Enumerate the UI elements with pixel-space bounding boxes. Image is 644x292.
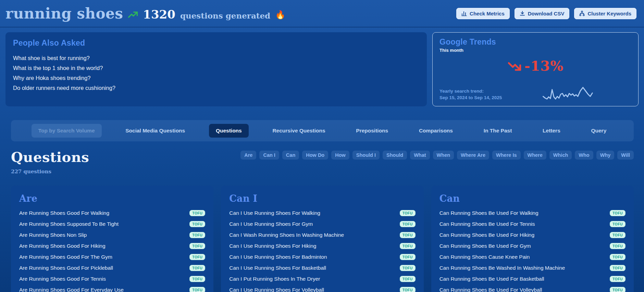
trend-range-label: Yearly search trend: xyxy=(439,88,502,95)
question-text: Can Running Shoes Be Used For Basketball xyxy=(439,276,544,282)
question-row[interactable]: Can I Use Running Shoes For GymTOFU xyxy=(229,220,415,229)
question-text: Can Running Shoes Be Washed In Washing M… xyxy=(439,265,565,271)
filter-chip-who[interactable]: Who xyxy=(575,151,593,160)
question-row[interactable]: Can Running Shoes Be Used For TennisTOFU xyxy=(439,220,626,229)
filter-chip-where-are[interactable]: Where Are xyxy=(457,151,489,160)
question-text: Can Running Shoes Cause Knee Pain xyxy=(439,254,530,260)
trend-caption: Yearly search trend: Sep 15, 2024 to Sep… xyxy=(439,88,502,101)
tab-questions[interactable]: Questions xyxy=(209,124,249,138)
filter-chip-can[interactable]: Can xyxy=(282,151,299,160)
tab-comparisons[interactable]: Comparisons xyxy=(412,124,460,138)
google-trends-panel: Google Trends This month -13% Yearly sea… xyxy=(432,32,639,106)
question-row[interactable]: Can Running Shoes Be Used For GymTOFU xyxy=(439,242,626,250)
column-heading: Can xyxy=(439,193,626,204)
download-csv-label: Download CSV xyxy=(528,11,565,16)
trends-period-label: This month xyxy=(439,48,631,53)
download-csv-button[interactable]: Download CSV xyxy=(515,8,570,19)
question-row[interactable]: Can I Use Running Shoes For WalkingTOFU xyxy=(229,209,415,218)
tab-prepositions[interactable]: Prepositions xyxy=(349,124,395,138)
filter-chip-should[interactable]: Should xyxy=(383,151,407,160)
trend-change-value: -13% xyxy=(524,58,564,74)
app-header: running shoes 1320 questions generated 🔥… xyxy=(0,0,644,27)
paa-question[interactable]: Do older runners need more cushioning? xyxy=(13,83,419,93)
trend-sparkline xyxy=(542,85,594,101)
question-row[interactable]: Are Running Shoes Good For PickleballTOF… xyxy=(19,264,205,272)
tofu-badge: TOFU xyxy=(189,276,205,282)
download-icon xyxy=(520,11,525,16)
question-row[interactable]: Can Running Shoes Cause Knee PainTOFU xyxy=(439,253,626,261)
tab-social-media-questions[interactable]: Social Media Questions xyxy=(119,124,192,138)
question-text: Can Running Shoes Be Used For Volleyball xyxy=(439,287,542,292)
tab-letters[interactable]: Letters xyxy=(536,124,567,138)
question-row[interactable]: Can Running Shoes Be Used For HikingTOFU xyxy=(439,231,626,240)
question-row[interactable]: Are Running Shoes Good For HikingTOFU xyxy=(19,242,205,250)
filter-chip-where[interactable]: Where xyxy=(524,151,546,160)
question-row[interactable]: Are Running Shoes Good For The GymTOFU xyxy=(19,253,205,261)
filter-chip-how-do[interactable]: How Do xyxy=(302,151,328,160)
question-row[interactable]: Are Running Shoes Supposed To Be TightTO… xyxy=(19,220,205,229)
question-text: Can Running Shoes Be Used For Walking xyxy=(439,210,538,216)
check-metrics-label: Check Metrics xyxy=(470,11,505,16)
question-row[interactable]: Can I Put Running Shoes In The DryerTOFU xyxy=(229,275,415,283)
question-row[interactable]: Can I Use Running Shoes For HikingTOFU xyxy=(229,242,415,250)
filter-chip-which[interactable]: Which xyxy=(549,151,572,160)
question-row[interactable]: Can I Wash Running Shoes In Washing Mach… xyxy=(229,231,415,240)
tofu-badge: TOFU xyxy=(400,276,416,282)
trend-footer: Yearly search trend: Sep 15, 2024 to Sep… xyxy=(439,85,631,101)
question-row[interactable]: Can I Use Running Shoes For VolleyballTO… xyxy=(229,285,415,292)
tofu-badge: TOFU xyxy=(610,221,626,227)
question-row[interactable]: Can I Use Running Shoes For BasketballTO… xyxy=(229,264,415,272)
question-row[interactable]: Are Running Shoes Good For TennisTOFU xyxy=(19,275,205,283)
filter-chip-will[interactable]: Will xyxy=(617,151,634,160)
question-text: Can I Use Running Shoes For Basketball xyxy=(229,265,326,271)
question-row[interactable]: Are Running Shoes Good For WalkingTOFU xyxy=(19,209,205,218)
column-can: Can Can Running Shoes Be Used For Walkin… xyxy=(431,186,634,292)
tofu-badge: TOFU xyxy=(189,232,205,238)
paa-question[interactable]: What is the top 1 shoe in the world? xyxy=(13,63,419,73)
tofu-badge: TOFU xyxy=(610,254,626,260)
filter-chip-can-i[interactable]: Can I xyxy=(259,151,279,160)
question-row[interactable]: Can Running Shoes Be Used For WalkingTOF… xyxy=(439,209,626,218)
tofu-badge: TOFU xyxy=(610,243,626,249)
people-also-asked-title: People Also Asked xyxy=(13,38,419,48)
filter-chip-where-is[interactable]: Where Is xyxy=(492,151,520,160)
filter-chip-how[interactable]: How xyxy=(331,151,349,160)
tofu-badge: TOFU xyxy=(610,265,626,271)
cluster-icon xyxy=(579,11,585,16)
tofu-badge: TOFU xyxy=(610,232,626,238)
question-row[interactable]: Can Running Shoes Be Used For Volleyball… xyxy=(439,285,626,292)
top-panels: People Also Asked What shoe is best for … xyxy=(5,32,639,106)
question-text: Are Running Shoes Good For Walking xyxy=(19,210,109,216)
question-text: Are Running Shoes Supposed To Be Tight xyxy=(19,221,119,227)
question-row[interactable]: Can Running Shoes Be Washed In Washing M… xyxy=(439,264,626,272)
filter-chip-are[interactable]: Are xyxy=(240,151,256,160)
filter-chip-what[interactable]: What xyxy=(410,151,430,160)
question-text: Are Running Shoes Good For The Gym xyxy=(19,254,112,260)
question-row[interactable]: Are Running Shoes Non SlipTOFU xyxy=(19,231,205,240)
tab-in-the-past[interactable]: In The Past xyxy=(477,124,519,138)
questions-section-header: Questions 227 questions Are Can I Can Ho… xyxy=(11,149,634,175)
question-row[interactable]: Are Running Shoes Good For Everyday UseT… xyxy=(19,285,205,292)
question-text: Can I Wash Running Shoes In Washing Mach… xyxy=(229,232,344,238)
filter-chip-why[interactable]: Why xyxy=(596,151,615,160)
check-metrics-button[interactable]: Check Metrics xyxy=(456,8,510,19)
tab-query[interactable]: Query xyxy=(584,124,613,138)
filter-chip-when[interactable]: When xyxy=(433,151,454,160)
paa-question[interactable]: What shoe is best for running? xyxy=(13,53,419,63)
tab-recursive-questions[interactable]: Recursive Questions xyxy=(265,124,332,138)
question-row[interactable]: Can I Use Running Shoes For BadmintonTOF… xyxy=(229,253,415,261)
filter-chip-should-i[interactable]: Should I xyxy=(352,151,380,160)
tab-top-by-search-volume[interactable]: Top by Search Volume xyxy=(32,124,102,138)
paa-question[interactable]: Why are Hoka shoes trending? xyxy=(13,73,419,83)
cluster-keywords-button[interactable]: Cluster Keywords xyxy=(574,8,636,19)
tofu-badge: TOFU xyxy=(189,254,205,260)
question-count: 1320 xyxy=(143,8,175,21)
question-filter-chips: Are Can I Can How Do How Should I Should… xyxy=(240,151,634,160)
question-row[interactable]: Can Running Shoes Be Used For Basketball… xyxy=(439,275,626,283)
tab-bar: Top by Search Volume Social Media Questi… xyxy=(11,120,634,141)
question-text: Are Running Shoes Good For Everyday Use xyxy=(19,287,124,292)
section-title-block: Questions 227 questions xyxy=(11,149,89,175)
column-can-i: Can I Can I Use Running Shoes For Walkin… xyxy=(221,186,423,292)
question-text: Can I Use Running Shoes For Volleyball xyxy=(229,287,324,292)
trend-change-row: -13% xyxy=(439,58,631,74)
